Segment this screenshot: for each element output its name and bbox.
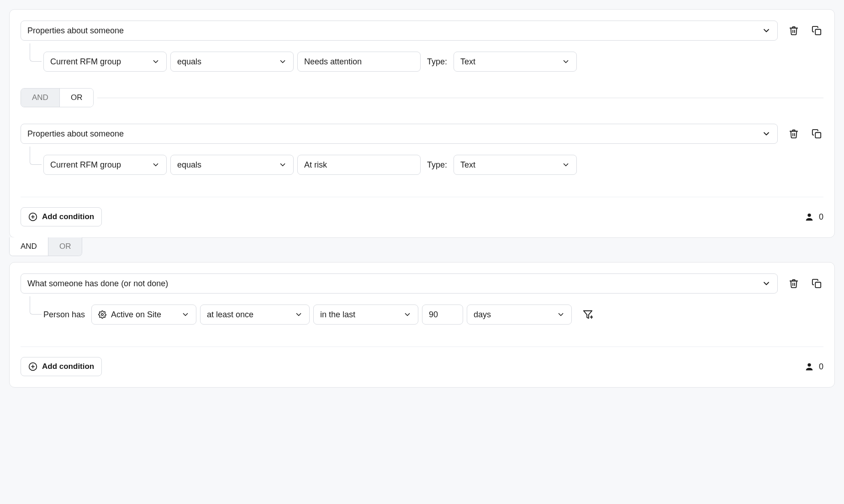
duplicate-button[interactable] xyxy=(810,277,823,290)
timerange-value: 90 xyxy=(429,310,438,320)
chevron-down-icon xyxy=(181,310,190,319)
condition-criteria-row: Current RFM group equals Needs attention… xyxy=(43,52,823,72)
match-count-value: 0 xyxy=(819,362,823,372)
condition-block: Properties about someone Current RFM gro… xyxy=(21,124,823,175)
condition-actions xyxy=(787,127,823,141)
svg-rect-0 xyxy=(815,29,821,35)
operator-value: equals xyxy=(177,57,201,67)
plus-circle-icon xyxy=(28,212,37,221)
trash-icon xyxy=(789,129,799,139)
chevron-down-icon xyxy=(562,58,570,66)
chevron-down-icon xyxy=(403,310,411,319)
delete-button[interactable] xyxy=(787,24,801,37)
condition-block: What someone has done (or not done) Pers… xyxy=(21,273,823,325)
type-label: Type: xyxy=(427,57,447,67)
duplicate-button[interactable] xyxy=(810,127,823,141)
condition-type-label: Properties about someone xyxy=(27,129,124,139)
or-button[interactable]: OR xyxy=(48,237,82,256)
person-icon xyxy=(804,362,814,372)
svg-point-14 xyxy=(807,363,811,367)
operator-select[interactable]: equals xyxy=(170,52,294,72)
type-select[interactable]: Text xyxy=(454,52,577,72)
chevron-down-icon xyxy=(762,279,771,288)
tree-connector xyxy=(30,147,42,165)
value-input[interactable]: Needs attention xyxy=(297,52,421,72)
condition-actions xyxy=(787,24,823,37)
match-count: 0 xyxy=(804,212,823,222)
condition-block: Properties about someone Current RFM gro… xyxy=(21,21,823,72)
svg-rect-1 xyxy=(815,132,821,138)
copy-icon xyxy=(812,278,822,289)
timerange-value-input[interactable]: 90 xyxy=(422,304,463,325)
condition-type-label: Properties about someone xyxy=(27,26,124,36)
event-value: Active on Site xyxy=(111,310,161,320)
or-button[interactable]: OR xyxy=(59,89,94,107)
chevron-down-icon xyxy=(152,58,160,66)
delete-button[interactable] xyxy=(787,277,801,290)
group-footer: Add condition 0 xyxy=(21,346,823,376)
timerange-unit-select[interactable]: days xyxy=(467,304,572,325)
condition-header-row: What someone has done (or not done) xyxy=(21,273,823,294)
plus-circle-icon xyxy=(28,362,37,371)
operator-value: equals xyxy=(177,160,201,170)
and-button[interactable]: AND xyxy=(21,89,59,107)
condition-header-row: Properties about someone xyxy=(21,124,823,144)
event-select[interactable]: Active on Site xyxy=(91,304,196,325)
chevron-down-icon xyxy=(279,58,287,66)
person-has-label: Person has xyxy=(43,310,85,320)
condition-criteria-row: Current RFM group equals At risk Type: T… xyxy=(43,155,823,175)
property-value: Current RFM group xyxy=(50,57,121,67)
frequency-select[interactable]: at least once xyxy=(200,304,310,325)
timerange-unit-value: days xyxy=(474,310,491,320)
svg-rect-6 xyxy=(815,282,821,288)
property-select[interactable]: Current RFM group xyxy=(43,155,167,175)
condition-group: What someone has done (or not done) Pers… xyxy=(9,262,835,388)
svg-point-5 xyxy=(807,214,811,217)
type-label: Type: xyxy=(427,160,447,170)
gear-icon xyxy=(98,310,106,319)
value-input[interactable]: At risk xyxy=(297,155,421,175)
timerange-relation-select[interactable]: in the last xyxy=(313,304,418,325)
filter-add-button[interactable] xyxy=(581,308,595,321)
value-text: At risk xyxy=(304,160,327,170)
copy-icon xyxy=(812,26,822,36)
tree-connector xyxy=(30,296,42,315)
property-value: Current RFM group xyxy=(50,160,121,170)
add-condition-button[interactable]: Add condition xyxy=(21,207,102,226)
type-value: Text xyxy=(460,57,475,67)
and-or-toggle: AND OR xyxy=(21,88,94,107)
tree-connector xyxy=(30,43,42,62)
match-count-value: 0 xyxy=(819,212,823,222)
type-value: Text xyxy=(460,160,475,170)
outer-joiner-row: AND OR xyxy=(9,237,835,256)
delete-button[interactable] xyxy=(787,127,801,141)
condition-type-select[interactable]: Properties about someone xyxy=(21,124,778,144)
person-icon xyxy=(804,212,814,222)
trash-icon xyxy=(789,26,799,36)
match-count: 0 xyxy=(804,362,823,372)
divider-line xyxy=(97,98,823,98)
condition-type-select[interactable]: Properties about someone xyxy=(21,21,778,41)
svg-point-7 xyxy=(101,314,104,316)
inner-joiner-row: AND OR xyxy=(21,88,823,107)
operator-select[interactable]: equals xyxy=(170,155,294,175)
chevron-down-icon xyxy=(152,161,160,169)
timerange-relation-value: in the last xyxy=(320,310,355,320)
condition-criteria-row: Person has Active on Site at least once … xyxy=(43,304,823,325)
duplicate-button[interactable] xyxy=(810,24,823,37)
type-select[interactable]: Text xyxy=(454,155,577,175)
group-footer: Add condition 0 xyxy=(21,197,823,226)
and-button[interactable]: AND xyxy=(10,237,48,256)
condition-header-row: Properties about someone xyxy=(21,21,823,41)
filter-plus-icon xyxy=(583,310,593,320)
add-condition-button[interactable]: Add condition xyxy=(21,357,102,376)
and-or-toggle: AND OR xyxy=(9,237,82,256)
trash-icon xyxy=(789,278,799,289)
condition-type-select[interactable]: What someone has done (or not done) xyxy=(21,273,778,294)
chevron-down-icon xyxy=(562,161,570,169)
add-condition-label: Add condition xyxy=(42,362,94,371)
add-condition-label: Add condition xyxy=(42,212,94,221)
property-select[interactable]: Current RFM group xyxy=(43,52,167,72)
chevron-down-icon xyxy=(295,310,303,319)
chevron-down-icon xyxy=(557,310,565,319)
